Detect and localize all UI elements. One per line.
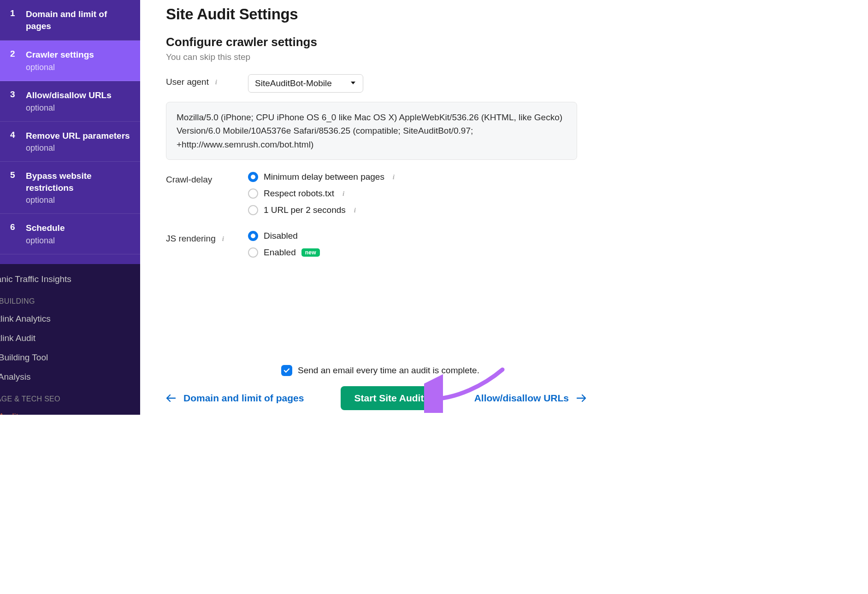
info-icon[interactable]: i	[390, 173, 397, 181]
crawl-delay-1url-radio[interactable]: 1 URL per 2 seconds i	[248, 205, 577, 215]
page-title: Site Audit Settings	[166, 6, 577, 23]
step-remove-url-parameters[interactable]: 4 Remove URL parameters optional	[0, 122, 140, 162]
crawl-delay-minimum-radio[interactable]: Minimum delay between pages i	[248, 172, 577, 182]
skip-hint: You can skip this step	[166, 52, 577, 62]
step-number: 1	[10, 8, 26, 32]
radio-label: Respect robots.txt	[264, 188, 334, 199]
prev-step-label: Domain and limit of pages	[183, 392, 304, 404]
email-notify-checkbox[interactable]	[281, 365, 292, 376]
radio-unchecked-icon	[248, 205, 258, 215]
step-number: 2	[10, 49, 26, 72]
step-bypass-restrictions[interactable]: 5 Bypass website restrictions optional	[0, 162, 140, 214]
arrow-left-icon	[166, 394, 176, 402]
js-rendering-label: JS rendering	[166, 234, 216, 244]
step-title: Remove URL parameters	[26, 130, 131, 142]
step-domain-limit[interactable]: 1 Domain and limit of pages	[0, 0, 140, 41]
chevron-down-icon	[350, 78, 356, 88]
bg-nav-item: k Building Tool	[0, 348, 140, 367]
radio-checked-icon	[248, 172, 258, 182]
check-icon	[283, 367, 290, 374]
settings-panel: Site Audit Settings Configure crawler se…	[140, 0, 595, 415]
info-icon[interactable]: i	[213, 78, 220, 86]
user-agent-string: Mozilla/5.0 (iPhone; CPU iPhone OS 6_0 l…	[166, 102, 577, 160]
radio-label: 1 URL per 2 seconds	[264, 205, 346, 215]
step-title: Bypass website restrictions	[26, 170, 131, 194]
step-schedule[interactable]: 6 Schedule optional	[0, 214, 140, 254]
crawl-delay-robots-radio[interactable]: Respect robots.txt i	[248, 188, 577, 199]
next-step-label: Allow/disallow URLs	[474, 392, 569, 404]
radio-label: Disabled	[264, 231, 298, 241]
user-agent-value: SiteAuditBot-Mobile	[255, 78, 332, 88]
next-step-link[interactable]: Allow/disallow URLs	[474, 392, 586, 404]
crawl-delay-label: Crawl-delay	[166, 175, 212, 185]
step-title: Schedule	[26, 222, 131, 234]
js-rendering-enabled-radio[interactable]: Enabled new	[248, 247, 577, 258]
prev-step-link[interactable]: Domain and limit of pages	[166, 392, 304, 404]
radio-unchecked-icon	[248, 188, 258, 199]
step-subtitle: optional	[26, 143, 131, 153]
radio-label: Enabled	[264, 247, 296, 258]
step-number: 5	[10, 170, 26, 205]
step-number: 6	[10, 222, 26, 246]
bg-nav-item: k Analysis	[0, 367, 140, 387]
step-title: Allow/disallow URLs	[26, 89, 131, 101]
bg-nav-header: PAGE & TECH SEO	[0, 387, 140, 407]
step-subtitle: optional	[26, 103, 131, 113]
js-rendering-disabled-radio[interactable]: Disabled	[248, 231, 577, 241]
step-number: 4	[10, 130, 26, 153]
bg-nav-item: e Audit	[0, 407, 140, 415]
bg-nav-item: cklink Analytics	[0, 309, 140, 329]
step-title: Crawler settings	[26, 49, 131, 61]
bg-nav-header: K BUILDING	[0, 289, 140, 309]
start-site-audit-button[interactable]: Start Site Audit	[341, 386, 438, 410]
user-agent-label: User agent	[166, 77, 209, 87]
new-badge: new	[301, 248, 320, 257]
wizard-sidebar: 1 Domain and limit of pages 2 Crawler se…	[0, 0, 140, 415]
radio-unchecked-icon	[248, 247, 258, 258]
step-number: 3	[10, 89, 26, 113]
step-title: Domain and limit of pages	[26, 8, 131, 32]
info-icon[interactable]: i	[219, 235, 227, 242]
section-title: Configure crawler settings	[166, 35, 577, 49]
step-subtitle: optional	[26, 236, 131, 246]
arrow-right-icon	[576, 394, 586, 402]
radio-label: Minimum delay between pages	[264, 172, 384, 182]
user-agent-select[interactable]: SiteAuditBot-Mobile	[248, 74, 363, 93]
email-notify-label: Send an email every time an audit is com…	[298, 365, 479, 376]
radio-checked-icon	[248, 231, 258, 241]
info-icon[interactable]: i	[340, 190, 347, 197]
step-allow-disallow-urls[interactable]: 3 Allow/disallow URLs optional	[0, 81, 140, 122]
bg-nav-item: cklink Audit	[0, 329, 140, 348]
info-icon[interactable]: i	[351, 206, 359, 214]
step-subtitle: optional	[26, 195, 131, 205]
step-subtitle: optional	[26, 63, 131, 72]
step-crawler-settings[interactable]: 2 Crawler settings optional	[0, 41, 140, 81]
bg-nav-item: ganic Traffic Insights	[0, 270, 140, 289]
background-nav: ganic Traffic Insights K BUILDING cklink…	[0, 264, 140, 415]
